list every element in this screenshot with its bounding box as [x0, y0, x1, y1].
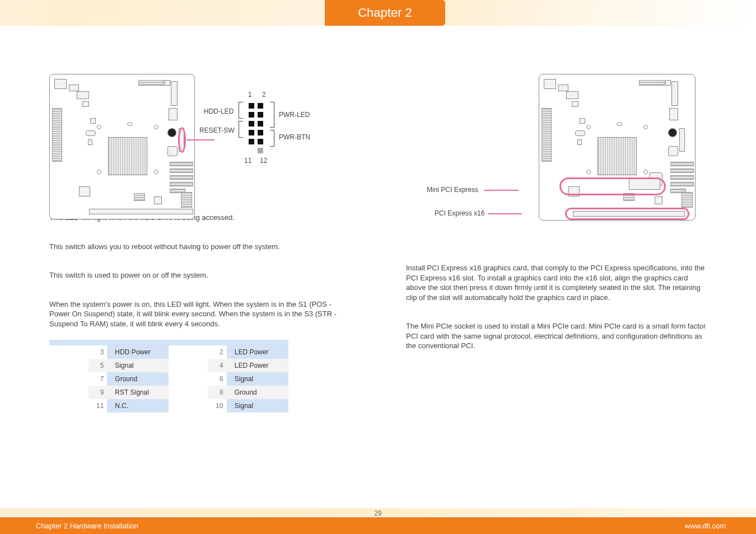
pin-12-label: 12	[260, 157, 267, 165]
pin-function: N.C.	[107, 399, 169, 413]
pin-table-header	[208, 340, 226, 345]
pin-number: 2	[208, 345, 226, 359]
pin-assignment-table: 3 HDD Power 2 LED Power 5 Signal 4 LED P…	[49, 340, 288, 413]
page: Chapter 2	[0, 0, 756, 534]
motherboard-sketch-right	[539, 74, 696, 221]
table-row: 9 RST Signal 8 Ground	[49, 386, 288, 399]
pin-number: 5	[88, 359, 107, 372]
pin-table-header	[169, 340, 208, 345]
pwr-led-label: PWR-LED	[279, 111, 310, 119]
pin-1-label: 1	[248, 91, 252, 99]
reset-sw-label: RESET-SW	[199, 127, 235, 134]
pin-function: Signal	[227, 372, 288, 386]
connector-grid	[246, 101, 265, 156]
pcie-x16-label: PCI Express x16	[435, 209, 484, 217]
pin-number: 4	[208, 359, 226, 372]
header-ribbon-left	[0, 0, 325, 26]
right-column: Mini PCI Express PCI Express x16	[406, 74, 707, 413]
pin-table-header	[227, 340, 288, 345]
pcie-x16-description: Install PCI Express x16 graphics card, t…	[406, 263, 707, 302]
pin-function: Ground	[107, 372, 169, 386]
front-panel-connector-diagram: 1 2 11 12 HDD-LED RESET-SW	[195, 85, 329, 169]
pin-2-label: 2	[262, 91, 266, 99]
pin-number: 10	[208, 399, 226, 413]
reset-sw-description: This switch allows you to reboot without…	[49, 242, 340, 252]
header: Chapter 2	[0, 0, 756, 26]
pin-function: RST Signal	[107, 386, 169, 399]
motherboard-sketch-left	[49, 74, 195, 219]
pin-number: 11	[88, 399, 107, 413]
pin-number: 7	[88, 372, 107, 386]
pin-11-label: 11	[244, 157, 251, 165]
table-row: 7 Ground 6 Signal	[49, 372, 288, 386]
pwr-btn-description: This switch is used to power on or off t…	[49, 270, 340, 280]
footer-bar: Chapter 2 Hardware Installation www.dfi.…	[0, 517, 756, 534]
chapter-tab: Chapter 2	[325, 0, 445, 26]
left-column: 1 2 11 12 HDD-LED RESET-SW	[49, 74, 350, 413]
pin-table-header	[88, 340, 107, 345]
pin-table-header	[49, 340, 88, 345]
header-ribbon-right	[445, 0, 756, 26]
pin-function: Signal	[227, 399, 288, 413]
table-row: 3 HDD Power 2 LED Power	[49, 345, 288, 359]
pin-function: HDD Power	[107, 345, 169, 359]
hdd-led-label: HDD-LED	[204, 107, 234, 115]
pwr-btn-label: PWR-BTN	[279, 133, 310, 141]
pin-function: Ground	[227, 386, 288, 399]
mini-pcie-description: The Mini PCIe socket is used to install …	[406, 321, 707, 351]
footer-chapter-title: Chapter 2 Hardware Installation	[0, 522, 138, 530]
table-row: 11 N.C. 10 Signal	[49, 399, 288, 413]
content-columns: 1 2 11 12 HDD-LED RESET-SW	[0, 26, 756, 413]
pin-number: 9	[88, 386, 107, 399]
pin-table-header	[107, 340, 169, 345]
pin-function: LED Power	[227, 359, 288, 372]
footer: 29 Chapter 2 Hardware Installation www.d…	[0, 508, 756, 534]
pin-function: Signal	[107, 359, 169, 372]
footer-url: www.dfi.com	[685, 522, 756, 530]
page-number: 29	[374, 509, 381, 517]
pin-function: LED Power	[227, 345, 288, 359]
pin-number: 8	[208, 386, 226, 399]
table-row: 5 Signal 4 LED Power	[49, 359, 288, 372]
pin-number: 3	[88, 345, 107, 359]
pwr-led-description: When the system's power is on, this LED …	[49, 299, 340, 329]
pin-number: 6	[208, 372, 226, 386]
mini-pcie-label: Mini PCI Express	[427, 186, 478, 194]
